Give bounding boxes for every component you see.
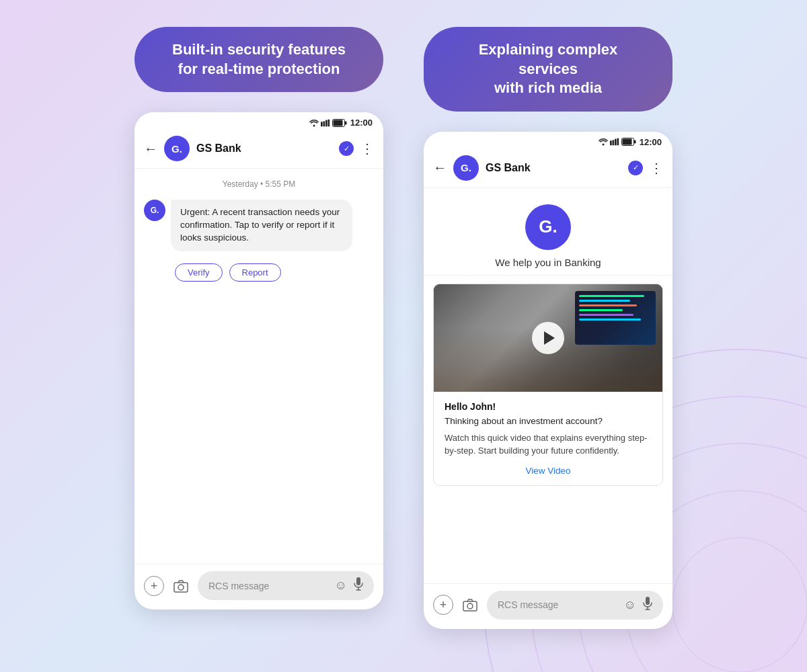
svg-rect-8 [325,120,328,126]
left-status-bar: 12:00 [134,112,383,130]
svg-point-5 [313,124,315,126]
left-column: Built-in security features for real-time… [134,27,383,610]
left-badge-text: Built-in security features for real-time… [172,41,346,77]
svg-point-14 [178,585,184,590]
right-media-card: Hello John! Thinking about an investment… [433,284,663,486]
media-greeting: Hello John! [445,401,652,412]
left-avatar: G. [164,136,190,161]
left-status-icons [309,119,347,127]
left-back-button[interactable]: ← [144,141,157,157]
media-body-text: Watch this quick video that explains eve… [445,431,652,458]
right-shield-icon: ✓ [628,161,643,175]
left-mic-button[interactable] [354,577,363,594]
svg-rect-6 [321,122,323,126]
left-message-input[interactable]: RCS message ☺ [198,571,374,600]
right-camera-button[interactable] [460,595,480,615]
svg-rect-26 [463,601,477,611]
svg-rect-7 [323,121,325,126]
left-bank-name: GS Bank [196,142,332,155]
left-message-avatar: G. [144,200,165,221]
right-badge-line2: with rich media [494,79,602,96]
left-avatar-initials: G. [171,143,182,155]
left-plus-icon: + [151,580,158,592]
right-header-icons: ✓ ⋮ [628,160,663,176]
right-badge-line1: Explaining complex services [479,41,618,77]
right-phone: 12:00 ← G. GS Bank ✓ ⋮ [424,132,672,629]
left-chat-body: Yesterday • 5:55 PM G. Urgent: A recent … [134,169,383,564]
svg-point-27 [467,603,473,609]
left-badge: Built-in security features for real-time… [134,27,383,92]
right-back-button[interactable]: ← [433,160,447,175]
right-input-bar: + RCS message ☺ [424,583,672,629]
right-add-button[interactable]: + [433,595,453,615]
right-more-button[interactable]: ⋮ [650,160,663,176]
view-video-link[interactable]: View Video [445,466,652,476]
left-timestamp: Yesterday • 5:55 PM [144,179,374,189]
right-time: 12:00 [640,137,662,147]
svg-rect-22 [617,138,619,146]
left-message-bubble: Urgent: A recent transaction needs your … [171,200,352,251]
right-plus-icon: + [440,599,447,611]
right-profile-subtitle: We help you in Banking [495,257,601,268]
left-header-icons: ✓ ⋮ [339,140,374,157]
right-profile-avatar: G. [525,204,571,250]
svg-rect-28 [646,597,650,605]
right-avatar: G. [453,155,479,181]
right-input-placeholder: RCS message [498,599,619,610]
left-msg-avatar-initials: G. [151,206,159,215]
svg-rect-19 [610,141,612,146]
right-shield-check: ✓ [633,163,639,172]
shield-check: ✓ [344,144,350,153]
right-chat-header: ← G. GS Bank ✓ ⋮ [424,150,672,188]
right-bank-name: GS Bank [486,162,621,174]
video-overlay [434,284,662,392]
svg-rect-24 [622,139,631,145]
report-button[interactable]: Report [229,263,281,282]
right-message-input[interactable]: RCS message ☺ [487,591,663,620]
right-mic-button[interactable] [643,597,652,614]
left-chat-header: ← G. GS Bank ✓ ⋮ [134,130,383,169]
left-emoji-button[interactable]: ☺ [335,579,347,593]
left-input-bar: + RCS message ☺ [134,564,383,610]
media-card-body: Hello John! Thinking about an investment… [434,392,662,485]
right-input-icons: ☺ [624,597,652,614]
play-button[interactable] [532,322,564,354]
right-profile-initials: G. [539,216,557,237]
left-action-buttons: Verify Report [175,263,374,282]
svg-point-18 [602,144,604,146]
left-input-placeholder: RCS message [208,581,330,591]
right-status-bar: 12:00 [424,132,672,150]
right-emoji-button[interactable]: ☺ [624,598,636,612]
svg-rect-20 [612,140,614,146]
svg-rect-13 [174,583,188,592]
play-triangle-icon [544,331,555,345]
left-add-button[interactable]: + [144,576,164,596]
right-profile-section: G. We help you in Banking [424,188,672,276]
svg-rect-21 [615,139,617,146]
svg-rect-12 [345,121,347,124]
left-message-row: G. Urgent: A recent transaction needs yo… [144,200,374,251]
svg-rect-9 [328,119,330,126]
right-avatar-initials: G. [461,162,471,173]
left-time: 12:00 [350,118,373,128]
right-column: Explaining complex services with rich me… [424,27,672,629]
media-question: Thinking about an investment account? [445,416,652,426]
left-shield-icon: ✓ [339,141,354,156]
verify-button[interactable]: Verify [175,263,223,282]
left-camera-button[interactable] [171,576,191,596]
video-thumbnail [434,284,662,392]
right-status-icons [599,138,636,146]
svg-rect-15 [356,577,360,585]
right-badge: Explaining complex services with rich me… [424,27,672,112]
left-input-icons: ☺ [335,577,363,594]
svg-rect-25 [634,140,636,144]
left-phone: 12:00 ← G. GS Bank ✓ ⋮ [134,112,383,610]
svg-rect-11 [333,120,342,126]
left-more-button[interactable]: ⋮ [360,140,374,157]
